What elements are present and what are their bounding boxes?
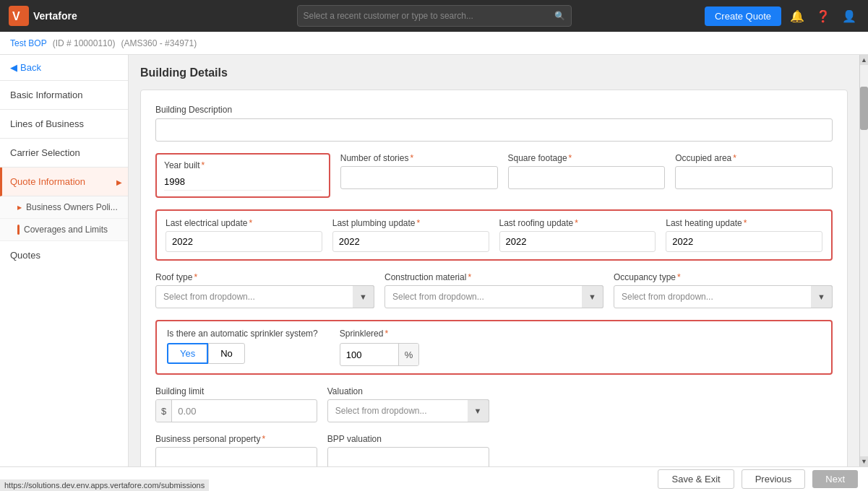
search-input[interactable]	[304, 11, 554, 21]
section-title: Building Details	[140, 66, 848, 79]
no-button[interactable]: No	[208, 343, 245, 364]
plumbing-group: Last plumbing update*	[332, 218, 489, 252]
occupancy-type-select[interactable]: Select from dropdown...	[614, 285, 833, 308]
building-description-input[interactable]	[155, 118, 833, 142]
bpp-valuation-group: BPP valuation	[327, 434, 489, 466]
navbar: V Vertafore 🔍 Create Quote 🔔 ❓ 👤	[0, 0, 868, 32]
spacer	[499, 386, 661, 422]
sidebar-item-lines-of-business[interactable]: Lines of Business	[0, 110, 128, 139]
help-icon[interactable]: ❓	[813, 6, 833, 26]
roof-type-select[interactable]: Select from dropdown...	[155, 285, 374, 308]
num-stories-input[interactable]	[340, 166, 498, 189]
building-description-label: Building Description	[155, 105, 833, 115]
scrollbar[interactable]: ▲ ▼	[859, 55, 868, 466]
type-row: Roof type* Select from dropdown... ▼ Con…	[155, 272, 833, 308]
percent-symbol: %	[398, 344, 419, 365]
plumbing-input[interactable]	[332, 231, 489, 252]
app-name: Vertafore	[33, 10, 77, 22]
spacer3	[499, 434, 661, 466]
dollar-prefix: $	[156, 400, 172, 422]
construction-material-group: Construction material* Select from dropd…	[384, 272, 603, 308]
global-search[interactable]: 🔍	[297, 5, 572, 27]
navbar-right: Create Quote 🔔 ❓ 👤	[705, 6, 859, 26]
breadcrumb-ams: (AMS360 - #34971)	[121, 38, 197, 48]
sprinklered-group: Sprinklered* %	[340, 329, 420, 366]
construction-material-select-wrapper[interactable]: Select from dropdown... ▼	[384, 285, 603, 308]
electrical-input[interactable]	[166, 231, 322, 252]
building-limit-input-wrap[interactable]: $	[155, 399, 317, 422]
sidebar-submenu-business-owners[interactable]: ▶ Business Owners Poli...	[0, 196, 128, 219]
form-card: Building Description Year built* Number …	[140, 90, 848, 466]
roofing-group: Last roofing update*	[499, 218, 656, 252]
search-icon: 🔍	[554, 11, 565, 21]
auto-sprinkler-group: Is there an automatic sprinkler system? …	[167, 329, 318, 364]
bpp-input[interactable]	[155, 447, 317, 466]
building-limit-label: Building limit	[155, 386, 317, 396]
square-footage-group: Square footage*	[508, 153, 666, 198]
svg-text:V: V	[12, 10, 20, 22]
building-description-group: Building Description	[155, 105, 833, 142]
yes-no-group: Yes No	[167, 343, 318, 364]
occupied-area-input[interactable]	[675, 166, 833, 189]
sidebar-item-quotes[interactable]: Quotes	[0, 241, 128, 269]
bpp-row: Business personal property* BPP valuatio…	[155, 434, 833, 466]
sidebar: ◀ Back Basic Information Lines of Busine…	[0, 55, 129, 466]
notifications-icon[interactable]: 🔔	[787, 6, 807, 26]
next-button[interactable]: Next	[812, 470, 858, 488]
sidebar-submenu: ▶ Business Owners Poli... Coverages and …	[0, 196, 128, 241]
num-stories-group: Number of stories*	[340, 153, 498, 198]
heating-input[interactable]	[666, 231, 822, 252]
submenu-bar-icon	[17, 225, 20, 235]
scroll-down-arrow[interactable]: ▼	[860, 456, 868, 466]
sprinkler-section: Is there an automatic sprinkler system? …	[155, 320, 833, 375]
back-arrow-icon: ◀	[10, 62, 17, 73]
vertafore-logo-icon: V	[9, 6, 29, 26]
breadcrumb: Test BOP (ID # 10000110) (AMS360 - #3497…	[0, 32, 868, 55]
submenu-triangle-icon: ▶	[17, 204, 22, 211]
electrical-group: Last electrical update*	[166, 218, 322, 252]
building-limit-input[interactable]	[172, 406, 317, 417]
spacer4	[671, 434, 833, 466]
app-logo[interactable]: V Vertafore	[9, 6, 77, 26]
roof-type-group: Roof type* Select from dropdown... ▼	[155, 272, 374, 308]
breadcrumb-link[interactable]: Test BOP	[10, 38, 47, 48]
scroll-thumb[interactable]	[860, 87, 868, 130]
scroll-track[interactable]	[860, 65, 868, 456]
previous-button[interactable]: Previous	[742, 469, 806, 489]
sidebar-submenu-coverages[interactable]: Coverages and Limits	[0, 219, 128, 241]
save-exit-button[interactable]: Save & Exit	[658, 469, 734, 489]
year-built-input[interactable]	[164, 173, 322, 191]
sidebar-item-carrier-selection[interactable]: Carrier Selection	[0, 139, 128, 168]
dimensions-row: Year built* Number of stories* Square fo…	[155, 153, 833, 198]
sidebar-item-quote-information[interactable]: Quote Information	[0, 168, 128, 196]
valuation-select[interactable]: Select from dropdown...	[327, 399, 489, 422]
limit-valuation-row: Building limit $ Valuation Select from d…	[155, 386, 833, 422]
sprinkler-question-label: Is there an automatic sprinkler system?	[167, 329, 318, 339]
main-layout: ◀ Back Basic Information Lines of Busine…	[0, 55, 868, 466]
content-area: Building Details Building Description Ye…	[129, 55, 859, 466]
scroll-up-arrow[interactable]: ▲	[860, 55, 868, 65]
valuation-label: Valuation	[327, 386, 489, 396]
roofing-input[interactable]	[499, 231, 656, 252]
square-footage-input[interactable]	[508, 166, 666, 189]
bpp-group: Business personal property*	[155, 434, 317, 466]
sprinklered-input-wrap[interactable]: %	[340, 343, 420, 366]
sidebar-item-basic-information[interactable]: Basic Information	[0, 81, 128, 110]
sprinklered-input[interactable]	[340, 349, 398, 360]
back-label: Back	[20, 62, 41, 73]
valuation-group: Valuation Select from dropdown... ▼	[327, 386, 489, 422]
building-limit-group: Building limit $	[155, 386, 317, 422]
back-button[interactable]: ◀ Back	[0, 55, 128, 81]
roof-type-select-wrapper[interactable]: Select from dropdown... ▼	[155, 285, 374, 308]
valuation-select-wrapper[interactable]: Select from dropdown... ▼	[327, 399, 489, 422]
heating-group: Last heating update*	[666, 218, 822, 252]
construction-material-select[interactable]: Select from dropdown...	[384, 285, 603, 308]
bpp-valuation-input[interactable]	[327, 447, 489, 466]
building-description-row: Building Description	[155, 105, 833, 142]
breadcrumb-id: (ID # 10000110)	[53, 38, 116, 48]
yes-button[interactable]: Yes	[167, 343, 208, 364]
user-menu-icon[interactable]: 👤	[839, 6, 859, 26]
occupancy-type-select-wrapper[interactable]: Select from dropdown... ▼	[614, 285, 833, 308]
year-built-label: Year built*	[164, 160, 322, 170]
create-quote-button[interactable]: Create Quote	[705, 6, 781, 26]
